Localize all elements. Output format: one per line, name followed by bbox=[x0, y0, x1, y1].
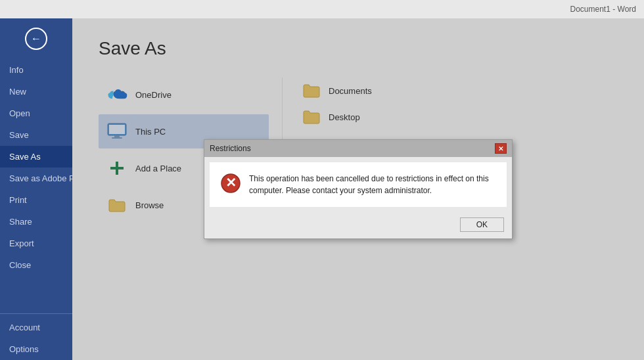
window-title: Document1 - Word bbox=[570, 5, 636, 14]
sidebar-item-save[interactable]: Save bbox=[0, 124, 72, 146]
sidebar-item-save-as[interactable]: Save As bbox=[0, 146, 72, 168]
sidebar-item-share[interactable]: Share bbox=[0, 211, 72, 233]
back-button[interactable]: ← bbox=[0, 18, 72, 59]
content-area: Save As OneDrive bbox=[72, 18, 644, 360]
dialog-message: This operation has been cancelled due to… bbox=[249, 173, 496, 196]
dialog-title: Restrictions bbox=[210, 144, 251, 153]
restrictions-dialog: Restrictions ✕ ✕ This operation has been… bbox=[204, 139, 513, 239]
sidebar-item-save-adobe[interactable]: Save as Adobe PDF bbox=[0, 168, 72, 189]
sidebar-item-close[interactable]: Close bbox=[0, 254, 72, 276]
sidebar-item-account[interactable]: Account bbox=[0, 317, 72, 338]
dialog-footer: OK bbox=[204, 212, 512, 238]
sidebar-item-print[interactable]: Print bbox=[0, 189, 72, 211]
svg-text:✕: ✕ bbox=[225, 175, 237, 190]
sidebar-item-options[interactable]: Options bbox=[0, 338, 72, 360]
sidebar-item-new[interactable]: New bbox=[0, 81, 72, 102]
sidebar-spacer bbox=[0, 276, 72, 311]
dialog-titlebar: Restrictions ✕ bbox=[204, 140, 512, 157]
main-layout: ← Info New Open Save Save As Save as Ado… bbox=[0, 18, 644, 360]
title-bar: Document1 - Word bbox=[0, 0, 644, 18]
sidebar-item-open[interactable]: Open bbox=[0, 102, 72, 124]
modal-overlay: Restrictions ✕ ✕ This operation has been… bbox=[72, 18, 644, 360]
dialog-ok-button[interactable]: OK bbox=[460, 217, 504, 232]
sidebar-item-export[interactable]: Export bbox=[0, 233, 72, 254]
back-circle-icon[interactable]: ← bbox=[25, 28, 47, 50]
sidebar: ← Info New Open Save Save As Save as Ado… bbox=[0, 18, 72, 360]
sidebar-item-info[interactable]: Info bbox=[0, 59, 72, 81]
sidebar-divider bbox=[0, 313, 72, 314]
dialog-close-button[interactable]: ✕ bbox=[495, 143, 507, 154]
error-icon: ✕ bbox=[220, 173, 241, 194]
dialog-body: ✕ This operation has been cancelled due … bbox=[210, 162, 507, 207]
